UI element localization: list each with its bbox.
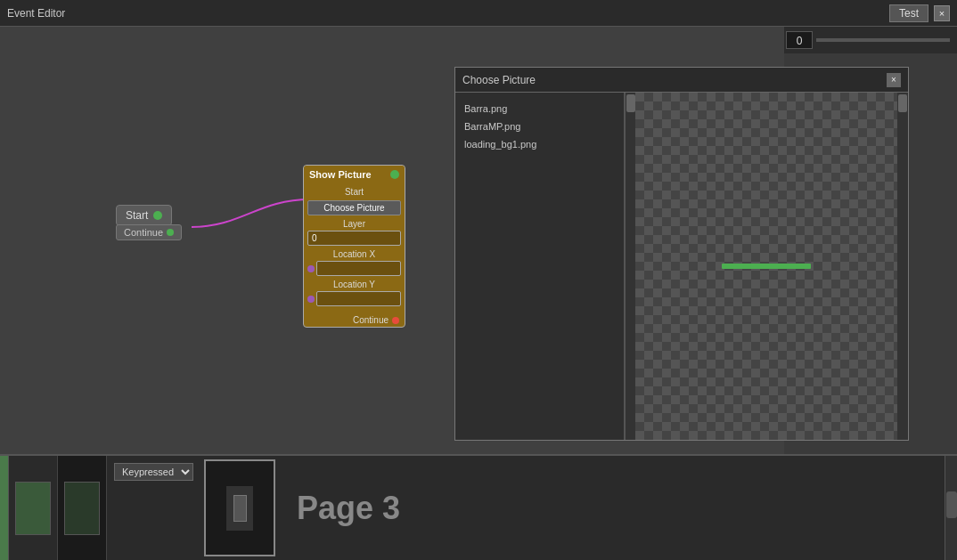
bottom-scrollbar[interactable] xyxy=(945,456,957,560)
thumbnail-figure xyxy=(233,495,247,522)
file-item-barra[interactable]: Barra.png xyxy=(455,100,624,118)
counter-area: 0 xyxy=(779,27,957,53)
bottom-scrollbar-thumb xyxy=(946,491,957,518)
choose-picture-button[interactable]: Choose Picture xyxy=(307,200,401,215)
locationx-label: Location X xyxy=(307,249,401,259)
node-choose-row: Choose Picture xyxy=(307,200,401,215)
file-item-loading[interactable]: loading_bg1.png xyxy=(455,135,624,153)
start-continue-row: Continue xyxy=(116,224,182,240)
locationy-label: Location Y xyxy=(307,280,401,289)
window-title: Event Editor xyxy=(7,7,65,20)
test-button[interactable]: Test xyxy=(889,4,928,22)
preview-scrollbar[interactable] xyxy=(897,93,908,440)
dialog-close-button[interactable]: × xyxy=(887,73,901,87)
counter-slider[interactable] xyxy=(816,38,950,42)
selected-thumbnail[interactable] xyxy=(204,459,275,556)
show-picture-dot xyxy=(390,170,399,179)
bottom-left-bar xyxy=(0,456,9,560)
thumbnail-dark xyxy=(58,456,107,560)
node-locationx-row: Location X xyxy=(307,249,401,276)
preview-scrollbar-thumb xyxy=(898,94,907,112)
file-scrollbar-thumb xyxy=(626,94,635,112)
locationy-input-row xyxy=(307,291,401,306)
start-node-dot xyxy=(153,211,162,220)
thumbnail-dark-inner xyxy=(64,482,100,535)
continue-dot xyxy=(392,317,399,324)
counter-value: 0 xyxy=(786,31,813,49)
bottom-panel: Keypressed Page 3 xyxy=(0,454,957,560)
dialog-body: Barra.png BarraMP.png loading_bg1.png xyxy=(455,93,908,440)
dialog-title: Choose Picture xyxy=(462,74,536,86)
show-picture-node: Show Picture Start Choose Picture Layer … xyxy=(303,165,405,328)
file-scrollbar[interactable] xyxy=(625,93,635,440)
continue-label: Continue xyxy=(353,315,389,325)
layer-input[interactable]: 0 xyxy=(307,231,401,246)
layer-label: Layer xyxy=(307,219,401,229)
node-footer: Continue xyxy=(304,313,405,327)
start-node-label: Start xyxy=(126,209,148,222)
node-start-label: Start xyxy=(307,187,401,197)
node-body: Start Choose Picture Layer 0 Location X xyxy=(304,183,405,313)
thumbnail-green xyxy=(15,482,51,535)
locationx-dot xyxy=(307,265,315,272)
dialog-header: Choose Picture × xyxy=(455,68,908,93)
start-continue-label: Continue xyxy=(124,227,163,238)
top-bar-right: Test × xyxy=(889,4,950,22)
file-item-barramp[interactable]: BarraMP.png xyxy=(455,118,624,135)
node-locationy-row: Location Y xyxy=(307,280,401,306)
start-node: Start xyxy=(116,205,172,226)
keypressed-dropdown[interactable]: Keypressed xyxy=(114,463,193,481)
thumbnail-inner xyxy=(226,486,253,531)
locationy-dot xyxy=(307,296,315,303)
page-title-area: Page 3 xyxy=(279,456,945,560)
preview-area xyxy=(635,93,897,440)
window-close-button[interactable]: × xyxy=(934,5,950,21)
node-header: Show Picture xyxy=(304,166,405,183)
locationx-input-row xyxy=(307,261,401,276)
top-bar: Event Editor Test × xyxy=(0,0,957,27)
show-picture-title: Show Picture xyxy=(309,169,372,180)
file-list: Barra.png BarraMP.png loading_bg1.png xyxy=(455,93,625,440)
locationx-input[interactable] xyxy=(316,261,401,276)
bottom-thumbnails-left xyxy=(9,456,58,560)
locationy-input[interactable] xyxy=(316,291,401,306)
node-start-row: Start xyxy=(307,187,401,197)
page-title: Page 3 xyxy=(297,490,400,527)
bottom-controls: Keypressed xyxy=(107,456,200,560)
start-continue-dot xyxy=(167,229,174,236)
choose-picture-dialog: Choose Picture × Barra.png BarraMP.png l… xyxy=(454,67,909,441)
node-layer-row: Layer 0 xyxy=(307,219,401,246)
preview-green-bar xyxy=(722,264,811,269)
